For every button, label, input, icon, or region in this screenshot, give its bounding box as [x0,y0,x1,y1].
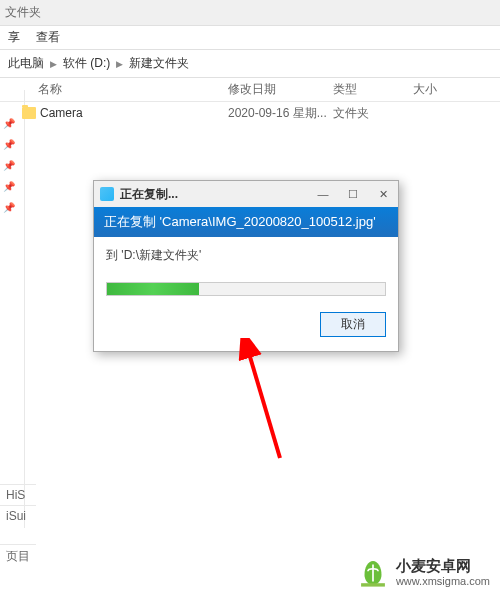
minimize-button[interactable]: — [308,183,338,205]
maximize-button[interactable]: ☐ [338,183,368,205]
close-button[interactable]: ✕ [368,183,398,205]
breadcrumb[interactable]: 此电脑 ▶ 软件 (D:) ▶ 新建文件夹 [0,50,500,78]
file-type: 文件夹 [333,105,413,122]
annotation-arrow-icon [170,338,300,468]
watermark-url: www.xmsigma.com [396,575,490,588]
toolbar-share[interactable]: 享 [8,29,20,46]
pin-icon[interactable]: 📌 [3,202,15,213]
progress-fill [107,283,199,295]
file-date: 2020-09-16 星期... [228,105,333,122]
breadcrumb-item[interactable]: 新建文件夹 [129,55,189,72]
list-item[interactable]: iSui [0,505,36,526]
watermark-title: 小麦安卓网 [396,557,490,575]
copy-icon [100,187,114,201]
list-item[interactable]: HiS [0,484,36,505]
col-name[interactable]: 名称 [38,81,228,98]
chevron-right-icon: ▶ [50,59,57,69]
breadcrumb-item[interactable]: 此电脑 [8,55,44,72]
col-date[interactable]: 修改日期 [228,81,333,98]
file-name: Camera [40,106,228,120]
title-strip-label: 文件夹 [5,4,41,21]
pin-icon[interactable]: 📌 [3,139,15,150]
col-size[interactable]: 大小 [413,81,473,98]
divider [24,90,25,528]
dialog-title: 正在复制... [120,186,308,203]
col-type[interactable]: 类型 [333,81,413,98]
bottom-left-list: HiS iSui 页目 [0,484,36,568]
list-item[interactable]: 页目 [0,544,36,568]
column-headers: 名称 修改日期 类型 大小 [0,78,500,102]
breadcrumb-item[interactable]: 软件 (D:) [63,55,110,72]
pin-icon[interactable]: 📌 [3,160,15,171]
progress-bar [106,282,386,296]
chevron-right-icon: ▶ [116,59,123,69]
toolbar: 享 查看 [0,26,500,50]
cancel-button[interactable]: 取消 [320,312,386,337]
pin-icon[interactable]: 📌 [3,118,15,129]
svg-line-0 [248,350,280,458]
title-strip: 文件夹 [0,0,500,26]
dialog-destination: 到 'D:\新建文件夹' [106,247,386,264]
dialog-titlebar[interactable]: 正在复制... — ☐ ✕ [94,181,398,207]
pin-icon[interactable]: 📌 [3,181,15,192]
watermark: 小麦安卓网 www.xmsigma.com [356,556,490,590]
copy-dialog: 正在复制... — ☐ ✕ 正在复制 'Camera\IMG_20200820_… [93,180,399,352]
logo-icon [356,556,390,590]
folder-icon [22,107,36,119]
dialog-banner: 正在复制 'Camera\IMG_20200820_100512.jpg' [94,207,398,237]
pin-list: 📌 📌 📌 📌 📌 [3,118,15,223]
toolbar-view[interactable]: 查看 [36,29,60,46]
svg-rect-1 [361,583,385,586]
table-row[interactable]: Camera 2020-09-16 星期... 文件夹 [0,102,500,124]
